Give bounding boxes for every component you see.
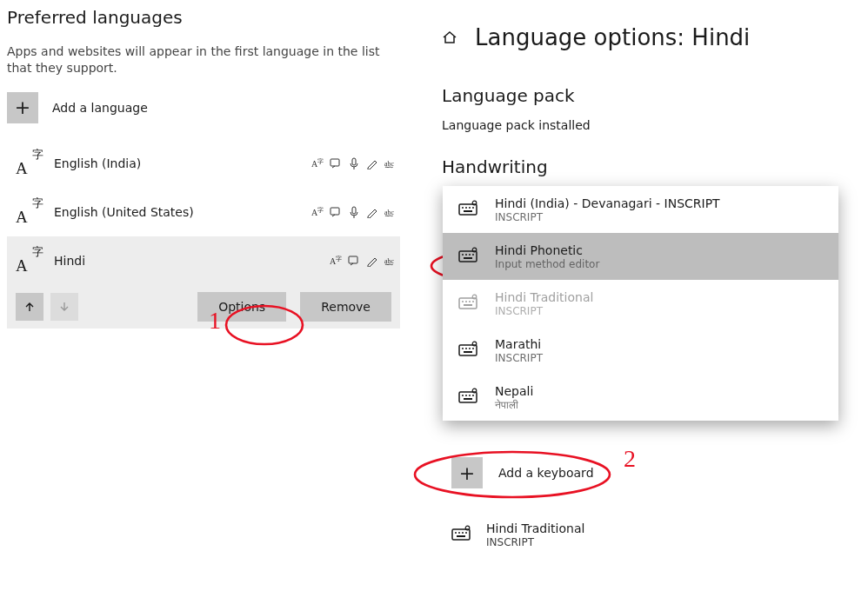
preferred-languages-panel: Preferred languages Apps and websites wi… bbox=[7, 7, 400, 329]
remove-button[interactable]: Remove bbox=[300, 292, 391, 322]
move-down-button[interactable] bbox=[50, 293, 78, 321]
speech-icon bbox=[348, 157, 360, 169]
keyboard-icon bbox=[458, 200, 477, 220]
keyboard-icon bbox=[458, 247, 477, 267]
keyboard-icon bbox=[458, 294, 477, 314]
language-item[interactable]: English (United States) bbox=[7, 188, 400, 236]
keyboard-option-name: Hindi Phonetic bbox=[495, 243, 599, 257]
language-item[interactable]: English (India) bbox=[7, 139, 400, 188]
spellcheck-icon bbox=[384, 157, 397, 169]
installed-keyboard-sub: INSCRIPT bbox=[486, 536, 584, 548]
keyboard-option-name: Hindi (India) - Devanagari - INSCRIPT bbox=[495, 196, 720, 210]
home-icon[interactable] bbox=[442, 30, 457, 45]
options-button[interactable]: Options bbox=[197, 292, 286, 322]
handwriting-icon bbox=[366, 255, 378, 267]
keyboard-option-sub: नेपाली bbox=[495, 399, 533, 411]
keyboard-option-sub: INSCRIPT bbox=[495, 305, 593, 317]
display-lang-icon bbox=[311, 206, 324, 218]
handwriting-icon bbox=[366, 206, 378, 218]
keyboard-option-name: Hindi Traditional bbox=[495, 290, 593, 304]
language-pack-heading: Language pack bbox=[442, 85, 851, 106]
keyboard-option-name: Marathi bbox=[495, 337, 543, 351]
speech-icon bbox=[348, 206, 360, 218]
keyboard-option-sub: Input method editor bbox=[495, 258, 599, 270]
capability-icons bbox=[311, 206, 397, 218]
language-glyph-icon bbox=[16, 197, 42, 227]
language-name: Hindi bbox=[54, 254, 317, 268]
keyboard-icon bbox=[451, 525, 471, 545]
section-heading: Preferred languages bbox=[7, 7, 400, 28]
keyboard-option-disabled: Hindi Traditional INSCRIPT bbox=[443, 280, 838, 327]
plus-icon: + bbox=[451, 457, 483, 488]
installed-keyboard-item[interactable]: Hindi Traditional INSCRIPT bbox=[443, 516, 593, 554]
title-bar: Language options: Hindi bbox=[442, 24, 851, 50]
tts-icon bbox=[330, 206, 342, 218]
keyboard-option[interactable]: Hindi (India) - Devanagari - INSCRIPT IN… bbox=[443, 186, 838, 233]
language-action-bar: Options Remove bbox=[7, 285, 400, 329]
capability-icons bbox=[330, 255, 397, 267]
handwriting-heading: Handwriting bbox=[442, 156, 851, 177]
keyboard-option-sub: INSCRIPT bbox=[495, 211, 720, 223]
installed-keyboard-name: Hindi Traditional bbox=[486, 521, 584, 535]
keyboard-icon bbox=[458, 388, 477, 408]
annotation-number-2: 2 bbox=[624, 445, 636, 473]
keyboard-option[interactable]: Marathi INSCRIPT bbox=[443, 327, 838, 374]
language-name: English (India) bbox=[54, 156, 299, 170]
keyboard-option-name: Nepali bbox=[495, 384, 533, 398]
section-helper-text: Apps and websites will appear in the fir… bbox=[7, 43, 400, 76]
language-item-selected[interactable]: Hindi bbox=[7, 236, 400, 285]
tts-icon bbox=[330, 157, 342, 169]
add-keyboard-label: Add a keyboard bbox=[498, 466, 594, 480]
tts-icon bbox=[348, 255, 360, 267]
keyboard-flyout: Hindi (India) - Devanagari - INSCRIPT IN… bbox=[443, 186, 838, 421]
add-keyboard-button[interactable]: + Add a keyboard bbox=[443, 452, 603, 494]
add-language-label: Add a language bbox=[52, 101, 148, 115]
page-title: Language options: Hindi bbox=[475, 24, 750, 50]
keyboard-option-hover[interactable]: Hindi Phonetic Input method editor bbox=[443, 233, 838, 280]
language-pack-status: Language pack installed bbox=[442, 118, 851, 132]
plus-icon: + bbox=[7, 92, 38, 123]
keyboard-option[interactable]: Nepali नेपाली bbox=[443, 374, 838, 421]
keyboard-option-sub: INSCRIPT bbox=[495, 352, 543, 364]
keyboard-icon bbox=[458, 341, 477, 361]
display-lang-icon bbox=[311, 157, 324, 169]
language-options-panel: Language options: Hindi Language pack La… bbox=[442, 24, 851, 174]
language-glyph-icon bbox=[16, 149, 42, 178]
display-lang-icon bbox=[330, 255, 342, 267]
language-name: English (United States) bbox=[54, 205, 299, 219]
add-language-button[interactable]: + Add a language bbox=[7, 92, 400, 123]
handwriting-icon bbox=[366, 157, 378, 169]
capability-icons bbox=[311, 157, 397, 169]
language-glyph-icon bbox=[16, 246, 42, 276]
spellcheck-icon bbox=[384, 206, 397, 218]
move-up-button[interactable] bbox=[16, 293, 43, 321]
spellcheck-icon bbox=[384, 255, 397, 267]
